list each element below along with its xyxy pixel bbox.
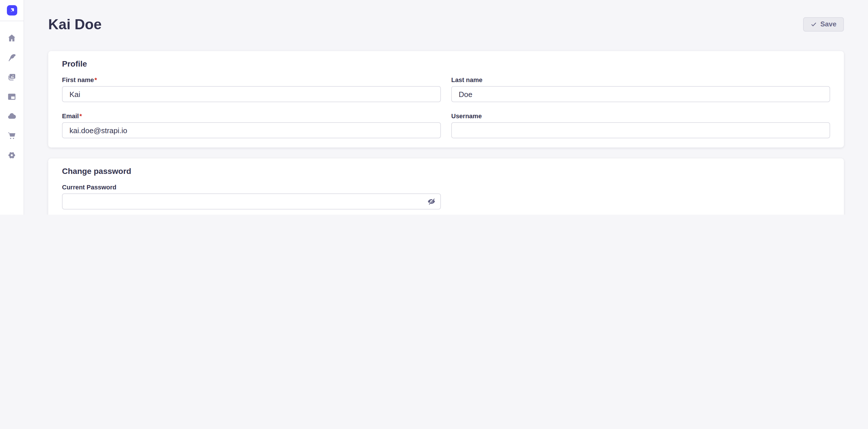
profile-card: Profile First name* Last name Email* xyxy=(48,51,844,147)
home-icon xyxy=(7,33,17,43)
media-library-icon xyxy=(7,72,17,82)
sidebar: KD xyxy=(0,0,24,214)
main-content: Kai Doe Save Profile First name* xyxy=(24,0,868,214)
sidebar-item-settings[interactable] xyxy=(0,148,24,162)
password-grid: Current Password xyxy=(62,184,830,214)
feather-icon xyxy=(7,53,17,62)
sidebar-item-content-manager[interactable] xyxy=(0,51,24,64)
page-title: Kai Doe xyxy=(48,15,803,33)
sidebar-item-home[interactable] xyxy=(0,31,24,45)
first-name-label: First name* xyxy=(62,76,441,83)
layout-icon xyxy=(7,92,17,101)
sidebar-item-cloud[interactable] xyxy=(0,109,24,123)
eye-off-icon xyxy=(427,197,436,206)
current-password-label: Current Password xyxy=(62,184,441,191)
page-header: Kai Doe Save xyxy=(24,0,868,33)
password-grid-spacer xyxy=(451,184,830,209)
first-name-field-group: First name* xyxy=(62,76,441,102)
required-asterisk: * xyxy=(80,112,82,120)
toggle-current-password-visibility[interactable] xyxy=(427,197,436,206)
check-icon xyxy=(811,21,817,27)
strapi-mark xyxy=(8,6,16,14)
cart-icon xyxy=(7,131,17,140)
save-button[interactable]: Save xyxy=(803,17,844,31)
first-name-input[interactable] xyxy=(62,86,441,102)
email-input[interactable] xyxy=(62,122,441,138)
email-label: Email* xyxy=(62,112,441,120)
email-field-group: Email* xyxy=(62,112,441,138)
last-name-label: Last name xyxy=(451,76,830,83)
username-label: Username xyxy=(451,112,830,120)
strapi-admin-app: KD Kai Doe Save Profile First name* xyxy=(0,0,868,214)
logo-container xyxy=(0,0,24,21)
sidebar-item-marketplace[interactable] xyxy=(0,129,24,142)
last-name-field-group: Last name xyxy=(451,76,830,102)
change-password-card: Change password Current Password xyxy=(48,158,844,214)
strapi-logo-icon[interactable] xyxy=(7,5,17,15)
save-button-label: Save xyxy=(820,20,836,28)
required-asterisk: * xyxy=(94,76,97,83)
form-sections: Profile First name* Last name Email* xyxy=(24,51,868,214)
profile-heading: Profile xyxy=(62,59,830,68)
change-password-heading: Change password xyxy=(62,166,830,176)
username-field-group: Username xyxy=(451,112,830,138)
username-input[interactable] xyxy=(451,122,830,138)
gear-icon xyxy=(7,150,17,160)
sidebar-nav xyxy=(0,21,24,162)
last-name-input[interactable] xyxy=(451,86,830,102)
profile-grid: First name* Last name Email* Username xyxy=(62,76,830,138)
current-password-field-group: Current Password xyxy=(62,184,441,209)
cloud-icon xyxy=(7,111,17,121)
current-password-input[interactable] xyxy=(62,193,441,209)
sidebar-item-content-type-builder[interactable] xyxy=(0,90,24,103)
sidebar-item-media-library[interactable] xyxy=(0,70,24,84)
